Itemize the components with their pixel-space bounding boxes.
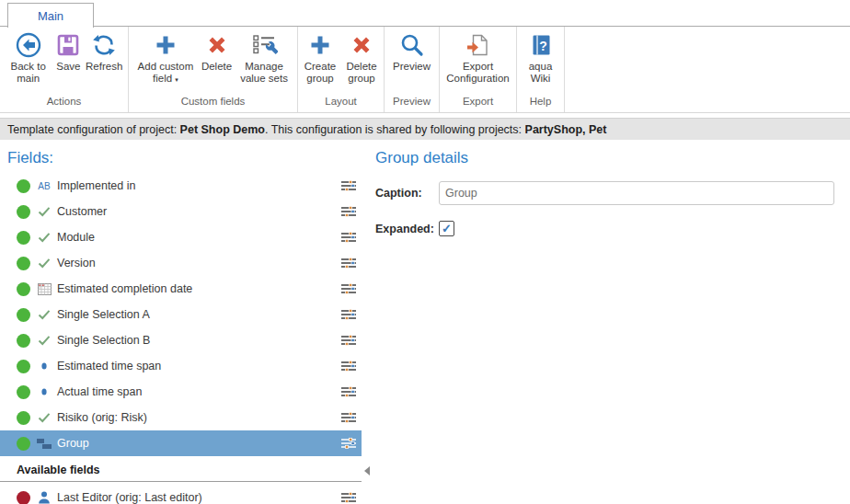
field-label: Last Editor (orig: Last editor) (57, 491, 202, 504)
drag-handle-icon[interactable] (340, 334, 357, 347)
field-row-actual-time-span[interactable]: Actual time span (0, 379, 362, 405)
expanded-label: Expanded: (375, 223, 439, 235)
field-row-version[interactable]: Version (0, 250, 362, 276)
field-row-single-selection-b[interactable]: Single Selection B (0, 327, 362, 353)
save-button[interactable]: Save (55, 31, 81, 86)
calendar-icon (36, 281, 52, 297)
field-row-estimated-completion-date[interactable]: Estimated completion date (0, 276, 362, 302)
drag-handle-icon[interactable] (340, 411, 357, 424)
caption-input[interactable] (439, 181, 834, 205)
dropdown-caret-icon: ▾ (175, 76, 178, 83)
export-configuration-button[interactable]: Export Configuration (442, 31, 515, 86)
ribbon-group-label: Preview (385, 96, 439, 112)
ribbon-group-export: Export Configuration Export (440, 27, 517, 112)
field-label: Estimated completion date (57, 282, 192, 295)
field-label: Module (57, 231, 95, 244)
checkmark-glyph: ✓ (442, 223, 452, 235)
button-label: Create group (300, 61, 340, 86)
field-row-customer[interactable]: Customer (0, 199, 362, 224)
ribbon-group-custom-fields: Add custom field ▾ Delete (129, 27, 298, 112)
collapse-panel-arrow-icon[interactable] (364, 466, 370, 475)
button-label: Save (56, 61, 80, 86)
drag-handle-icon[interactable] (340, 282, 357, 295)
drag-handle-icon[interactable] (340, 179, 357, 192)
field-row-group-selected[interactable]: Group (0, 430, 362, 456)
status-project-name: Pet Shop Demo (180, 123, 265, 136)
wiki-book-icon: ? (528, 31, 554, 59)
drag-handle-icon[interactable] (340, 231, 357, 244)
check-icon (36, 333, 52, 349)
ribbon-group-layout: Create group Delete group Layout (298, 27, 385, 112)
delete-group-button[interactable]: Delete group (341, 31, 382, 86)
preview-button[interactable]: Preview (393, 31, 431, 86)
field-label: Implemented in (57, 179, 135, 192)
ribbon-group-label: Export (440, 96, 516, 112)
drag-handle-icon[interactable] (340, 360, 357, 372)
status-dot (17, 491, 30, 504)
refresh-button[interactable]: Refresh (86, 31, 122, 86)
field-label: Single Selection A (57, 308, 150, 321)
status-text: . This configuration is shared by follow… (265, 123, 525, 136)
drag-handle-icon[interactable] (340, 205, 357, 218)
status-dot (17, 308, 30, 322)
fields-panel: Fields: AB Implemented in Customer Modul… (0, 140, 372, 504)
field-label: Risiko (orig: Risk) (57, 411, 147, 424)
add-custom-field-button[interactable]: Add custom field ▾ (132, 31, 199, 86)
delete-x-icon (204, 31, 230, 59)
field-row-estimated-time-span[interactable]: Estimated time span (0, 353, 362, 379)
check-icon (36, 410, 52, 426)
plus-icon (153, 31, 178, 59)
tab-main-label: Main (38, 9, 63, 23)
drag-handle-icon[interactable] (340, 437, 357, 450)
aqua-wiki-button[interactable]: ? aqua Wiki (524, 31, 557, 86)
status-dot (17, 360, 30, 373)
status-dot (17, 257, 30, 270)
details-panel-title: Group details (375, 149, 844, 167)
drag-handle-icon[interactable] (340, 385, 357, 398)
button-label: Preview (393, 61, 431, 86)
check-icon (36, 256, 52, 271)
field-label: Single Selection B (57, 334, 150, 347)
caption-label: Caption: (375, 187, 439, 200)
plus-icon (307, 31, 333, 59)
create-group-button[interactable]: Create group (300, 31, 340, 86)
field-row-implemented-in[interactable]: AB Implemented in (0, 173, 362, 199)
check-icon (36, 307, 52, 323)
status-shared-projects: PartyShop, Pet (525, 123, 607, 136)
ribbon-group-actions: Back to main Save (0, 27, 129, 112)
ribbon-group-label: Help (517, 96, 564, 112)
status-dot (17, 411, 30, 425)
button-label: Add custom field ▾ (132, 61, 199, 86)
field-row-module[interactable]: Module (0, 224, 362, 250)
group-details-panel: Group details Caption: Expanded: ✓ (375, 140, 844, 236)
button-label: aqua Wiki (524, 61, 557, 86)
status-text: Template configuration of project: (7, 123, 180, 136)
status-dot (17, 385, 30, 399)
ribbon-group-help: ? aqua Wiki Help (517, 27, 565, 112)
manage-value-sets-button[interactable]: Manage value sets (235, 31, 293, 86)
button-label: Delete (201, 61, 232, 86)
check-icon (36, 230, 52, 246)
back-icon (15, 31, 42, 59)
field-row-risiko[interactable]: Risiko (orig: Risk) (0, 405, 362, 430)
ribbon-divider (0, 112, 850, 113)
status-dot (17, 437, 30, 451)
value-sets-wrench-icon (250, 31, 278, 59)
tab-main[interactable]: Main (7, 3, 94, 28)
ribbon-tab-bar: Main (0, 0, 850, 27)
drag-handle-icon[interactable] (340, 308, 357, 321)
magnifier-icon (399, 31, 425, 59)
time-span-icon (36, 359, 52, 374)
field-row-last-editor[interactable]: Last Editor (orig: Last editor) (0, 485, 362, 504)
button-label: Back to main (6, 61, 52, 86)
back-to-main-button[interactable]: Back to main (6, 31, 52, 86)
fields-panel-title: Fields: (7, 149, 372, 167)
time-span-icon (36, 384, 52, 400)
drag-handle-icon[interactable] (340, 491, 357, 504)
drag-handle-icon[interactable] (340, 257, 357, 269)
status-dot (17, 282, 30, 296)
expanded-checkbox[interactable]: ✓ (439, 221, 454, 236)
status-dot (17, 231, 30, 245)
field-row-single-selection-a[interactable]: Single Selection A (0, 302, 362, 327)
delete-field-button[interactable]: Delete (201, 31, 232, 86)
